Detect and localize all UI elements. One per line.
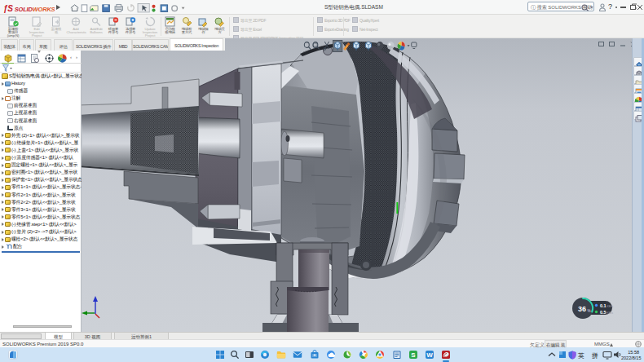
svg-text:W: W [426,351,433,359]
svg-text:KB/s: KB/s [607,311,614,315]
svg-text:%: % [588,309,591,313]
svg-text:36: 36 [578,305,586,313]
svg-text:0.1: 0.1 [600,303,607,308]
svg-text:S: S [411,351,416,359]
svg-text:0.5: 0.5 [600,310,607,315]
svg-text:KB/s: KB/s [607,305,614,308]
